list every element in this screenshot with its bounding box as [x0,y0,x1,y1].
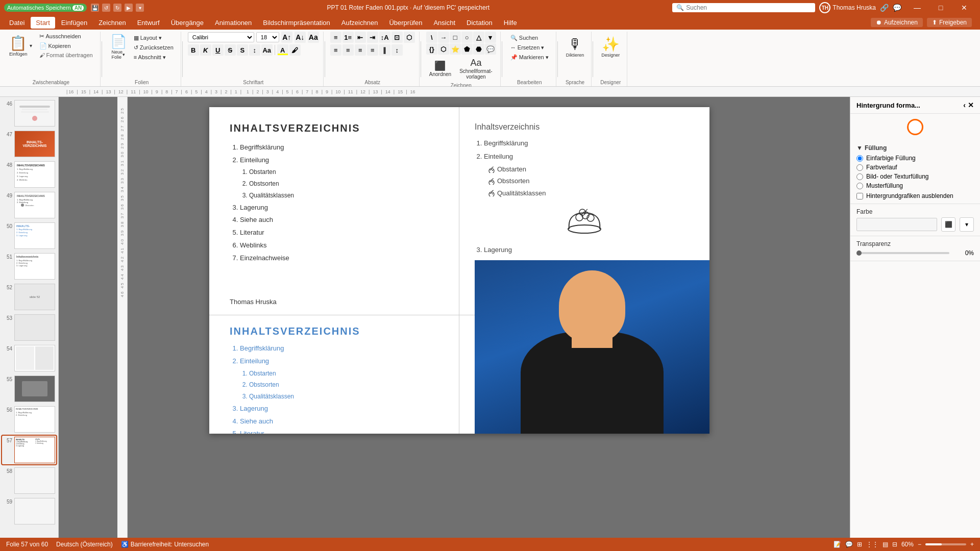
slide-thumb-52[interactable]: 52 slide 52 [2,283,56,311]
menu-start[interactable]: Start [31,17,55,29]
zoom-in-icon[interactable]: + [970,541,974,548]
panel-color-swatch[interactable] [850,114,980,140]
font-name-select[interactable]: Calibri [188,32,254,42]
more-icon[interactable]: ▾ [136,4,144,12]
zoom-slider[interactable] [925,543,966,545]
layout-button[interactable]: ▦ Layout ▾ [131,34,177,42]
freigeben-button[interactable]: ⬆ Freigeben [927,18,972,27]
neue-folie-button[interactable]: 📄 NeueFolie ▾ [107,32,130,62]
schnellformatvorlage-button[interactable]: Aa Schnellformat- vorlagen [456,56,495,82]
highlight-button[interactable]: 🖌 [289,44,301,56]
menu-entwurf[interactable]: Entwurf [132,17,165,29]
menu-dictation[interactable]: Dictation [461,17,498,29]
font-size-select[interactable]: 18 [256,32,279,42]
shape-7[interactable]: 💬 [485,43,496,55]
menu-ueberpruefen[interactable]: Überprüfen [384,17,427,29]
option-hintergrund[interactable]: Hintergrundgrafiken ausblenden [856,192,974,199]
view-sort-icon[interactable]: ⋮⋮ [866,541,878,548]
designer-button[interactable]: ✨ Designer [598,34,623,60]
panel-collapse-icon[interactable]: ‹ [963,101,966,109]
slide-thumb-53[interactable]: 53 [2,313,56,342]
shape-5[interactable]: ⬟ [461,43,473,55]
case-button[interactable]: Aa [261,44,273,56]
shape-line[interactable]: \ [426,32,437,43]
bold-button[interactable]: B [188,44,199,56]
menu-aufzeichnen[interactable]: Aufzeichnen [336,17,383,29]
bullet-list-button[interactable]: ≡ [330,32,341,43]
indent-less-button[interactable]: ⇤ [355,32,366,43]
color-expand-button[interactable]: ▾ [960,217,974,232]
align-center-button[interactable]: ≡ [342,44,354,56]
present-icon[interactable]: ▶ [125,4,133,12]
slide-thumb-59[interactable]: 59 [2,497,56,525]
undo-icon[interactable]: ↺ [102,4,110,12]
format-uebertragen-button[interactable]: 🖌 Format übertragen [36,51,96,59]
option-muster[interactable]: Musterfüllung [856,182,974,189]
zoom-out-icon[interactable]: − [918,541,921,548]
align-text-button[interactable]: ⊡ [391,32,403,43]
kopieren-button[interactable]: 📄 Kopieren [36,41,96,51]
view-presenter-icon[interactable]: ⊟ [892,541,897,548]
menu-hilfe[interactable]: Hilfe [499,17,522,29]
menu-zeichnen[interactable]: Zeichnen [93,17,131,29]
color-picker-button[interactable]: ⬛ [941,217,955,232]
view-reading-icon[interactable]: ▤ [883,541,888,548]
ersetzen-button[interactable]: ↔ Ersetzen ▾ [507,43,552,52]
shape-oval[interactable]: ○ [461,32,473,43]
canvas-area[interactable]: 46 45 44 43 42 41 40 39 38 37 36 35 34 3… [59,97,850,538]
comment-icon[interactable]: 💬 [845,541,853,548]
shape-2[interactable]: {} [426,43,437,55]
line-spacing-button[interactable]: ↕ [391,44,403,56]
strikethrough-button[interactable]: S [225,44,236,56]
align-left-button[interactable]: ≡ [330,44,341,56]
transparenz-slider[interactable] [856,252,949,254]
option-bild-textur[interactable]: Bild- oder Texturfüllung [856,173,974,180]
indent-more-button[interactable]: ⇥ [367,32,378,43]
slide-thumb-48[interactable]: 48 INHALTSVERZEICHNIS 1. Begriffsklärung… [2,160,56,189]
search-box[interactable]: 🔍 [672,3,815,12]
menu-uebergaenge[interactable]: Übergänge [166,17,209,29]
slide-thumb-47[interactable]: 47 INHALTS-VERZEICHNIS [2,130,56,158]
slide-thumb-49[interactable]: 49 INHALTSVERZEICHNIS 1. Begriffsklärung… [2,191,56,219]
option-einfarbig[interactable]: Einfarbige Füllung [856,155,974,162]
text-direction-button[interactable]: ↕A [379,32,390,43]
slide-thumb-54[interactable]: 54 [2,344,56,372]
einfuegen-button[interactable]: 📋 Einfügen ▾ [6,33,35,59]
spacing-button[interactable]: ↕ [249,44,260,56]
menu-bildschirmpraesentaion[interactable]: Bildschirmpräsentation [258,17,335,29]
slide-thumb-51[interactable]: 51 Inhaltsverzeichnis 1. Begriffsklärung… [2,252,56,281]
justify-button[interactable]: ≡ [367,44,378,56]
shapes-more[interactable]: ▾ [485,32,496,43]
redo-icon[interactable]: ↻ [113,4,121,12]
shape-arrow[interactable]: → [438,32,449,43]
autosave-toggle[interactable]: Automatisches Speichern AN [4,4,87,12]
num-list-button[interactable]: 1≡ [342,32,354,43]
slide-panel[interactable]: 46 47 INHALTS-VERZEICHNIS 48 [0,97,59,538]
align-right-button[interactable]: ≡ [355,44,366,56]
menu-einfuegen[interactable]: Einfügen [56,17,92,29]
anordnen-button[interactable]: ⬛ Anordnen [426,58,454,79]
menu-animationen[interactable]: Animationen [210,17,257,29]
slide-thumb-50[interactable]: 50 INHALTS- 1. Begriffsklärung 2. Eintei… [2,221,56,250]
panel-close-icon[interactable]: ✕ [968,101,974,109]
radio-einfarbig[interactable] [856,155,863,162]
col-button[interactable]: ∥ [379,44,390,56]
save-icon[interactable]: 💾 [91,4,99,12]
window-controls[interactable]: — □ ✕ [905,0,976,15]
shadow-button[interactable]: S [237,44,248,56]
maximize-button[interactable]: □ [929,0,952,15]
minimize-button[interactable]: — [905,0,929,15]
suchen-button[interactable]: 🔍 Suchen [507,34,552,42]
checkbox-hintergrund[interactable] [856,193,863,199]
shape-4[interactable]: ⭐ [450,43,461,55]
slide-thumb-58[interactable]: 58 [2,466,56,495]
underline-button[interactable]: U [212,44,224,56]
shape-6[interactable]: ⬣ [473,43,484,55]
aufzeichnen-button[interactable]: ⏺ Aufzeichnen [871,18,923,27]
diktieren-button[interactable]: 🎙 Diktieren [563,34,587,60]
color-display[interactable] [856,218,937,231]
shape-3[interactable]: ⬡ [438,43,449,55]
shape-rect[interactable]: □ [450,32,461,43]
color-circle[interactable] [907,119,923,135]
close-button[interactable]: ✕ [952,0,976,15]
